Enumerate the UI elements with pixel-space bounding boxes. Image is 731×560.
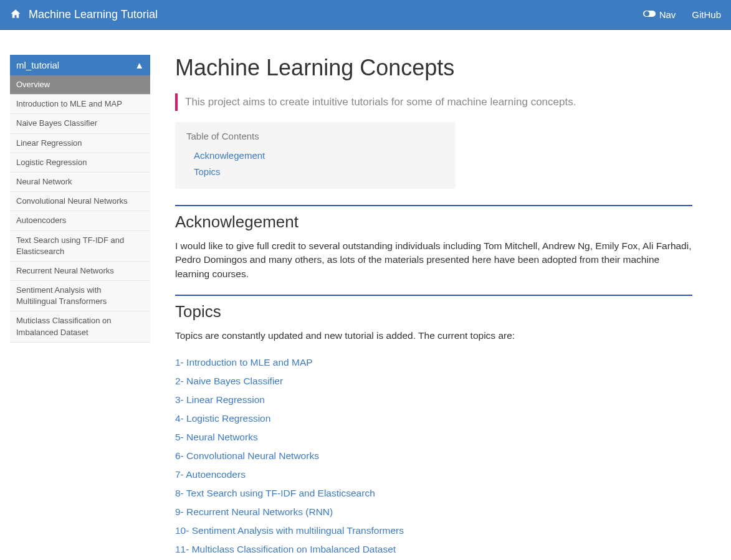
topic-link[interactable]: 8- Text Search using TF-IDF and Elastics… (175, 488, 375, 498)
navbar: Machine Learning Tutorial Nav GitHub (0, 0, 731, 30)
topic-item: 5- Neural Networks (175, 432, 692, 443)
sidebar-item[interactable]: Sentiment Analysis with Multilingual Tra… (10, 281, 150, 311)
sidebar-item[interactable]: Recurrent Neural Networks (10, 262, 150, 281)
toggle-icon (643, 9, 656, 20)
topic-item: 8- Text Search using TF-IDF and Elastics… (175, 488, 692, 499)
page-title: Machine Learning Concepts (175, 55, 692, 81)
topic-item: 3- Linear Regression (175, 394, 692, 406)
sidebar-item[interactable]: Convolutional Neural Networks (10, 192, 150, 211)
sidebar-item[interactable]: Introduction to MLE and MAP (10, 95, 150, 114)
topic-item: 6- Convolutional Neural Networks (175, 450, 692, 462)
nav-toggle-label: Nav (659, 9, 676, 20)
toc-title: Table of Contents (186, 131, 444, 141)
sidebar-item[interactable]: Overview (10, 75, 150, 95)
main-content: Machine Learning Concepts This project a… (175, 55, 692, 560)
topic-link[interactable]: 11- Multiclass Classification on Imbalan… (175, 544, 396, 554)
toc-item: Topics (186, 164, 444, 180)
topic-link[interactable]: 2- Naive Bayes Classifier (175, 376, 283, 386)
svg-point-1 (644, 11, 649, 16)
acknowledgement-body: I would like to give full credit to seve… (175, 239, 692, 281)
intro-blockquote: This project aims to create intuitive tu… (175, 93, 692, 111)
topic-link[interactable]: 6- Convolutional Neural Networks (175, 450, 319, 461)
sidebar-list: OverviewIntroduction to MLE and MAPNaive… (10, 75, 150, 343)
topic-link[interactable]: 10- Sentiment Analysis with multilingual… (175, 525, 404, 536)
sidebar-item[interactable]: Linear Regression (10, 134, 150, 153)
triangle-up-icon: ▲ (135, 60, 144, 70)
table-of-contents: Table of Contents AcknowlegementTopics (175, 122, 456, 189)
sidebar: ml_tutorial ▲ OverviewIntroduction to ML… (10, 55, 150, 560)
topic-item: 9- Recurrent Neural Networks (RNN) (175, 506, 692, 518)
sidebar-item[interactable]: Autoencoders (10, 211, 150, 230)
topic-item: 4- Logistic Regression (175, 413, 692, 424)
topic-link[interactable]: 9- Recurrent Neural Networks (RNN) (175, 506, 333, 517)
navbar-left: Machine Learning Tutorial (10, 8, 158, 22)
sidebar-item[interactable]: Naive Bayes Classifier (10, 114, 150, 133)
sidebar-item[interactable]: Neural Network (10, 173, 150, 192)
toc-link[interactable]: Topics (194, 166, 221, 177)
acknowledgement-heading: Acknowlegement (175, 212, 692, 232)
toc-list: AcknowlegementTopics (186, 148, 444, 180)
sidebar-item[interactable]: Logistic Regression (10, 153, 150, 173)
topic-link[interactable]: 1- Introduction to MLE and MAP (175, 357, 313, 368)
topic-link[interactable]: 5- Neural Networks (175, 432, 258, 442)
topics-intro: Topics are constantly updated and new tu… (175, 329, 692, 343)
topic-item: 2- Naive Bayes Classifier (175, 376, 692, 387)
home-icon[interactable] (10, 8, 21, 22)
topics-heading: Topics (175, 302, 692, 321)
sidebar-header-label: ml_tutorial (16, 60, 59, 70)
section-divider (175, 205, 692, 206)
topic-item: 1- Introduction to MLE and MAP (175, 357, 692, 368)
topic-item: 11- Multiclass Classification on Imbalan… (175, 544, 692, 555)
sidebar-header[interactable]: ml_tutorial ▲ (10, 55, 150, 75)
nav-toggle[interactable]: Nav (643, 9, 676, 20)
navbar-right: Nav GitHub (643, 9, 721, 20)
github-link[interactable]: GitHub (692, 9, 721, 20)
toc-item: Acknowlegement (186, 148, 444, 164)
sidebar-item[interactable]: Muticlass Classification on Imbalanced D… (10, 311, 150, 342)
container: ml_tutorial ▲ OverviewIntroduction to ML… (0, 30, 731, 560)
toc-link[interactable]: Acknowlegement (194, 150, 265, 161)
topic-link[interactable]: 4- Logistic Regression (175, 413, 270, 424)
topic-list: 1- Introduction to MLE and MAP2- Naive B… (175, 357, 692, 555)
topic-item: 7- Autoencoders (175, 469, 692, 480)
brand-title[interactable]: Machine Learning Tutorial (29, 8, 158, 21)
topic-link[interactable]: 3- Linear Regression (175, 394, 265, 405)
section-divider (175, 295, 692, 296)
topic-link[interactable]: 7- Autoencoders (175, 469, 246, 480)
sidebar-item[interactable]: Text Search using TF-IDF and Elasticsear… (10, 231, 150, 262)
topic-item: 10- Sentiment Analysis with multilingual… (175, 525, 692, 536)
